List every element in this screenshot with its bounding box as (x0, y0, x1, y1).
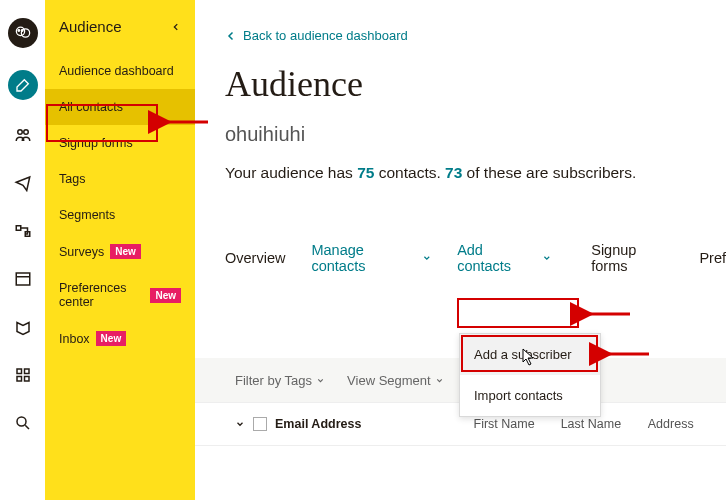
stats-subscriber-count: 73 (445, 164, 462, 181)
sidebar-item-segments[interactable]: Segments (45, 197, 195, 233)
sidebar-item-inbox[interactable]: InboxNew (45, 320, 195, 357)
sidebar-item-label: Tags (59, 172, 85, 186)
search-icon[interactable] (10, 410, 36, 436)
svg-rect-6 (16, 226, 21, 231)
audience-stats: Your audience has 75 contacts. 73 of the… (225, 164, 726, 182)
svg-point-5 (23, 130, 28, 135)
svg-point-2 (18, 30, 20, 32)
sidebar-item-label: Signup forms (59, 136, 133, 150)
sidebar-item-label: Inbox (59, 332, 90, 346)
tab-label: Add contacts (457, 242, 537, 274)
mailchimp-logo-icon[interactable] (8, 18, 38, 48)
select-all-checkbox[interactable] (253, 417, 267, 431)
th-address[interactable]: Address (648, 417, 712, 431)
chevron-left-icon (171, 22, 181, 32)
svg-rect-12 (24, 377, 29, 382)
page-title: Audience (225, 63, 726, 105)
stats-text: Your audience has (225, 164, 357, 181)
tab-add-contacts[interactable]: Add contacts (457, 242, 551, 274)
main-content: Back to audience dashboard Audience ohui… (195, 0, 726, 500)
sidebar-header[interactable]: Audience (45, 12, 195, 53)
filter-label: View Segment (347, 373, 431, 388)
sidebar-title: Audience (59, 18, 122, 35)
dropdown-item-add-subscriber[interactable]: Add a subscriber (460, 334, 600, 375)
new-badge: New (110, 244, 141, 259)
svg-point-3 (21, 30, 23, 32)
sidebar-item-all-contacts[interactable]: All contacts (45, 89, 195, 125)
svg-rect-10 (24, 369, 29, 374)
back-to-dashboard-link[interactable]: Back to audience dashboard (225, 28, 408, 43)
chevron-down-icon (422, 253, 432, 263)
sidebar-item-tags[interactable]: Tags (45, 161, 195, 197)
filter-label: Filter by Tags (235, 373, 312, 388)
sidebar-item-label: Surveys (59, 245, 104, 259)
audience-icon[interactable] (10, 122, 36, 148)
svg-point-13 (17, 417, 26, 426)
tab-signup-forms[interactable]: Signup forms (591, 242, 673, 274)
th-first-name[interactable]: First Name (474, 417, 561, 431)
sidebar-item-label: All contacts (59, 100, 123, 114)
new-badge: New (96, 331, 127, 346)
chevron-down-icon (235, 419, 245, 429)
dropdown-item-label: Add a subscriber (474, 347, 572, 362)
th-last-name[interactable]: Last Name (561, 417, 648, 431)
filter-by-tags[interactable]: Filter by Tags (235, 373, 325, 388)
sidebar-item-dashboard[interactable]: Audience dashboard (45, 53, 195, 89)
tab-label: Pref (699, 250, 726, 266)
stats-text: contacts. (374, 164, 445, 181)
sidebar: Audience Audience dashboard All contacts… (45, 0, 195, 500)
view-segment[interactable]: View Segment (347, 373, 444, 388)
stats-total-count: 75 (357, 164, 374, 181)
sidebar-item-label: Segments (59, 208, 115, 222)
chevron-left-icon (225, 30, 237, 42)
campaigns-icon[interactable] (10, 170, 36, 196)
tabs: Overview Manage contacts Add contacts Si… (225, 242, 726, 288)
automations-icon[interactable] (10, 218, 36, 244)
audience-name: ohuihiuhi (225, 123, 726, 146)
website-icon[interactable] (10, 266, 36, 292)
stats-text: of these are subscribers. (462, 164, 636, 181)
th-label: First Name (474, 417, 535, 431)
tab-label: Signup forms (591, 242, 673, 274)
th-label: Last Name (561, 417, 621, 431)
integrations-icon[interactable] (10, 362, 36, 388)
icon-rail (0, 0, 45, 500)
svg-rect-9 (17, 369, 22, 374)
dropdown-item-import-contacts[interactable]: Import contacts (460, 375, 600, 416)
chevron-down-icon (435, 376, 444, 385)
tab-manage-contacts[interactable]: Manage contacts (311, 242, 431, 274)
add-contacts-dropdown: Add a subscriber Import contacts (459, 333, 601, 417)
dropdown-item-label: Import contacts (474, 388, 563, 403)
tab-label: Overview (225, 250, 285, 266)
chevron-down-icon (542, 253, 552, 263)
create-icon[interactable] (8, 70, 38, 100)
chevron-down-icon (316, 376, 325, 385)
tab-label: Manage contacts (311, 242, 417, 274)
tab-preferences[interactable]: Pref (699, 250, 726, 266)
th-email[interactable]: Email Address (235, 417, 474, 431)
th-label: Address (648, 417, 694, 431)
back-link-label: Back to audience dashboard (243, 28, 408, 43)
sidebar-item-label: Audience dashboard (59, 64, 174, 78)
svg-rect-11 (17, 377, 22, 382)
content-icon[interactable] (10, 314, 36, 340)
sidebar-item-surveys[interactable]: SurveysNew (45, 233, 195, 270)
new-badge: New (150, 288, 181, 303)
tab-overview[interactable]: Overview (225, 250, 285, 266)
th-label: Email Address (275, 417, 361, 431)
svg-point-4 (17, 130, 22, 135)
sidebar-item-preferences-center[interactable]: Preferences centerNew (45, 270, 195, 320)
svg-point-0 (16, 27, 24, 35)
sidebar-item-label: Preferences center (59, 281, 144, 309)
svg-rect-8 (16, 273, 30, 285)
sidebar-item-signup-forms[interactable]: Signup forms (45, 125, 195, 161)
